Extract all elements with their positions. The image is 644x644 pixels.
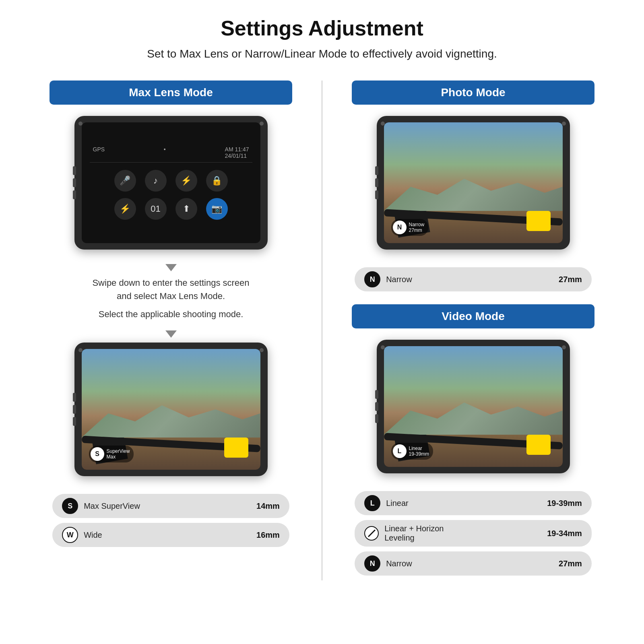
- page-title: Settings Adjustment: [24, 16, 620, 40]
- bike-scene-left: S SuperViewMax: [82, 349, 260, 470]
- linear-value: 19-39mm: [547, 499, 582, 508]
- bike-scene-photo: N Narrow27mm: [384, 122, 563, 243]
- superview-text: SuperViewMax: [107, 448, 130, 460]
- music-icon[interactable]: ♪: [145, 170, 167, 192]
- side-dots-2: [73, 393, 76, 426]
- gps-label: GPS: [93, 146, 105, 159]
- flash-icon[interactable]: ⚡: [114, 198, 136, 220]
- instruction-2: Select the applicable shooting mode.: [99, 308, 244, 321]
- superview-value: 14mm: [256, 502, 280, 511]
- video-mode-badge: Video Mode: [352, 304, 594, 328]
- n-badge-photo: N: [364, 271, 380, 287]
- photo-mode-badge: Photo Mode: [352, 80, 594, 105]
- linear-badge-video: L Linear19-39mm: [391, 443, 433, 460]
- upload-icon[interactable]: ⬆: [175, 198, 197, 220]
- superview-badge: S SuperViewMax: [89, 446, 134, 462]
- device-settings-mockup: GPS • AM 11:47 24/01/11 🎤 ♪ ⚡ 🔒: [74, 116, 268, 250]
- device-bike-mockup: S SuperViewMax: [74, 343, 268, 476]
- divider-line: [90, 162, 252, 163]
- side-dots: [73, 166, 76, 199]
- narrow-badge-photo: N Narrow27mm: [391, 219, 429, 236]
- narrow-video-value: 27mm: [559, 559, 582, 568]
- photo-screen: N Narrow27mm: [384, 122, 563, 243]
- right-column: Photo Mode N Narrow27mm: [326, 80, 620, 580]
- option-narrow-photo: N Narrow 27mm: [355, 267, 592, 291]
- icon-row-2: ⚡ 01 ⬆ 📷: [114, 198, 228, 220]
- settings-ui: GPS • AM 11:47 24/01/11 🎤 ♪ ⚡ 🔒: [82, 122, 260, 243]
- mic-icon[interactable]: 🎤: [114, 170, 136, 192]
- mountain-bg: [82, 397, 260, 438]
- narrow-video-label: Narrow: [386, 559, 553, 568]
- mountain-video: [384, 394, 563, 435]
- wide-label: Wide: [84, 530, 251, 540]
- option-linear: L Linear 19-39mm: [355, 491, 592, 515]
- option-superview: S Max SuperView 14mm: [52, 494, 289, 518]
- device-photo-mockup: N Narrow27mm: [377, 116, 570, 250]
- column-divider: [322, 80, 322, 580]
- linear-text-video: Linear19-39mm: [409, 446, 429, 457]
- bike-scene-video: L Linear19-39mm: [384, 346, 563, 467]
- s-badge: S: [62, 498, 78, 514]
- option-narrow-video: N Narrow 27mm: [355, 551, 592, 576]
- mountain-photo: [384, 171, 563, 211]
- w-badge: W: [62, 527, 78, 543]
- n-badge-video: N: [364, 555, 380, 572]
- stabilize-icon[interactable]: ⚡: [175, 170, 197, 192]
- settings-top-bar: GPS • AM 11:47 24/01/11: [90, 146, 252, 159]
- n-letter-photo: N: [393, 221, 407, 234]
- arrow-down-1: [165, 264, 177, 271]
- main-layout: Max Lens Mode GPS • AM 11:47 24/01/11: [24, 80, 620, 580]
- video-screen: L Linear19-39mm: [384, 346, 563, 467]
- max-lens-badge: Max Lens Mode: [50, 80, 292, 105]
- narrow-photo-value: 27mm: [559, 275, 582, 284]
- l-letter-video: L: [393, 444, 407, 458]
- instruction-1: Swipe down to enter the settings screen …: [92, 276, 249, 303]
- slash-badge: [364, 526, 379, 541]
- datetime: AM 11:47 24/01/11: [225, 146, 249, 159]
- device-video-mockup: L Linear19-39mm: [377, 340, 570, 473]
- camera-mode-icon[interactable]: 📷: [206, 198, 228, 220]
- l-badge: L: [364, 495, 380, 511]
- narrow-text-photo: Narrow27mm: [409, 222, 425, 233]
- side-dots-photo: [375, 166, 378, 199]
- left-column: Max Lens Mode GPS • AM 11:47 24/01/11: [24, 80, 318, 580]
- wide-value: 16mm: [256, 530, 280, 540]
- lock-icon[interactable]: 🔒: [206, 170, 228, 192]
- option-wide: W Wide 16mm: [52, 523, 289, 547]
- dot-indicator: •: [164, 146, 166, 159]
- s-letter: S: [91, 447, 104, 461]
- side-dots-video: [375, 390, 378, 423]
- arrow-down-2: [165, 330, 177, 338]
- superview-label: Max SuperView: [84, 502, 251, 511]
- linear-horizon-value: 19-34mm: [547, 529, 582, 538]
- linear-label: Linear: [386, 499, 541, 508]
- bike-screen-left: S SuperViewMax: [82, 349, 260, 470]
- counter-icon[interactable]: 01: [145, 198, 167, 220]
- linear-horizon-label: Linear + HorizonLeveling: [384, 524, 541, 543]
- narrow-photo-label: Narrow: [386, 275, 553, 284]
- option-linear-horizon: Linear + HorizonLeveling 19-34mm: [355, 520, 592, 547]
- page-subtitle: Set to Max Lens or Narrow/Linear Mode to…: [24, 47, 620, 60]
- icon-row-1: 🎤 ♪ ⚡ 🔒: [114, 170, 228, 192]
- settings-screen: GPS • AM 11:47 24/01/11 🎤 ♪ ⚡ 🔒: [82, 122, 260, 243]
